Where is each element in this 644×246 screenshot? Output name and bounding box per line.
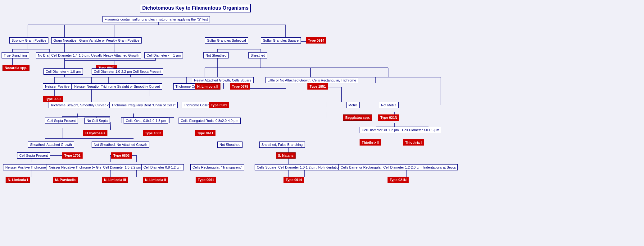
not-sheathed-1-box: Not Sheathed [203, 52, 229, 58]
sheathed-1-box: Sheathed [248, 52, 267, 58]
cell-diam-le1-box: Cell Diameter <= 1 µm [144, 52, 183, 58]
cell-septa-present-1-box: Cell Septa Present [45, 118, 78, 124]
subtitle-node: Filaments contain sulfur granules in sit… [102, 16, 210, 22]
type0914-bottom-node: Type 0914 [283, 177, 304, 183]
not-motile-node: Not Motile [379, 102, 399, 108]
trichrome-irr-bent-box: Trichrome Irregularly Bent "Chain of Cel… [109, 102, 178, 108]
type1851-node: Type 1851 [307, 83, 328, 90]
cell-diam-lt10-box: Cell Diameter < 1.0 µm [43, 68, 83, 75]
cell-septa-present-2-box: Cell Septa Present [17, 152, 50, 159]
n-limicola-I-box: N. Limicola I [6, 177, 30, 183]
type1863-box: Type 1863 [143, 130, 163, 136]
n-limicola-II-1-box: N. Limicola II [195, 83, 220, 90]
trichrome-straight-curved-box: Trichrome Straight or Smoothly Curved [99, 83, 162, 90]
sheathed-false-branching-node: Sheathed, False Branching [259, 142, 305, 148]
sheathed-attached-box: Sheathed, Attached Growth [28, 142, 74, 148]
thiothrix-I-node: Thiothrix I [403, 139, 424, 146]
sulfur-square-box: Sulfur Granules Square [261, 37, 301, 44]
subtitle-box: Filaments contain sulfur granules in sit… [102, 16, 210, 22]
gram-variable-node: Gram Variable or Weakly Gram Positive [77, 37, 142, 44]
little-attached-node: Little or No Attached Growth, Cells Rect… [265, 77, 358, 83]
sheathed-1-node: Sheathed [248, 52, 267, 58]
type0675-box: Type 0675 [230, 83, 250, 90]
type0092-node: Type 0092 [43, 96, 63, 102]
cells-elong-rods-node: Cells Elongated Rods, 0.8x2.0-4.0 µm [179, 118, 241, 124]
gram-variable-box: Gram Variable or Weakly Gram Positive [77, 37, 142, 44]
cell-diam-lt10-node: Cell Diameter < 1.0 µm [43, 68, 83, 75]
neisser-negative-node: Neisser Negative [72, 83, 102, 90]
no-cell-septa-node: No Cell Septa [84, 118, 110, 124]
little-attached-box: Little or No Attached Growth, Cells Rect… [265, 77, 358, 83]
neisser-pos-trichrome-node: Neisser Positive Trichrome [3, 164, 48, 170]
svg-line-46 [110, 122, 111, 130]
n-limicola-I-node: N. Limicola I [6, 177, 30, 183]
heavy-attached-box: Heavy Attached Growth, Cells Square [192, 77, 254, 83]
n-limicola-II-2-node: N. Limicola II [143, 177, 168, 183]
true-branching-node: True Branching [2, 52, 29, 58]
type0581-box: Type 0581 [209, 102, 229, 108]
cells-elong-rods-box: Cells Elongated Rods, 0.8x2.0-4.0 µm [179, 118, 241, 124]
cell-diam-08-12-node: Cell Diameter 0.8-1.2 µm [141, 164, 184, 170]
type1701-node: Type 1701 [62, 152, 83, 159]
type0411-box: Type 0411 [195, 130, 215, 136]
type0803-box: Type 0803 [111, 152, 132, 159]
type0803-node: Type 0803 [111, 152, 132, 159]
cell-septa-present-1-node: Cell Septa Present [45, 118, 78, 124]
type021N-1-box: Type 021N [378, 114, 399, 121]
diagram-container: Dichotomous Key to Filamentous Organisms… [0, 0, 644, 246]
not-sheathed-no-attached-box: Not Sheathed, No Attached Growth [92, 142, 149, 148]
thiothrix-I-box: Thiothrix I [403, 139, 424, 146]
trichrome-irr-bent-node: Trichrome Irregularly Bent "Chain of Cel… [109, 102, 178, 108]
gram-negative-box: Gram Negative [51, 37, 79, 44]
cell-diam-le1-node: Cell Diameter <= 1 µm [144, 52, 183, 58]
not-sheathed-1-node: Not Sheathed [203, 52, 229, 58]
s-natans-box: S. Natans [276, 152, 296, 159]
trichrome-coiled-2-node: Trichrome Coiled [182, 102, 212, 108]
cells-barrel-rect-box: Cells Barrel or Rectangular, Cell Diamet… [338, 164, 458, 170]
m-parvicella-box: M. Parvicella [53, 177, 78, 183]
motile-node: Motile [346, 102, 360, 108]
neisser-pos-trichrome-box: Neisser Positive Trichrome [3, 164, 48, 170]
not-sheathed-2-node: Not Sheathed [217, 142, 243, 148]
not-sheathed-no-attached-node: Not Sheathed, No Attached Growth [92, 142, 149, 148]
cell-diam-08-12-box: Cell Diameter 0.8-1.2 µm [141, 164, 184, 170]
beggiatoa-box: Beggiatoa spp. [343, 114, 372, 121]
s-natans-node: S. Natans [276, 152, 296, 159]
cells-barrel-rect-node: Cells Barrel or Rectangular, Cell Diamet… [338, 164, 458, 170]
nocardia-box: Nocardia spp. [2, 65, 29, 71]
type1851-box: Type 1851 [307, 83, 328, 90]
no-cell-septa-box: No Cell Septa [84, 118, 110, 124]
type021N-2-node: Type 021N [388, 177, 409, 183]
trichrome-coiled-2-box: Trichrome Coiled [182, 102, 212, 108]
h-hydrossis-box: H.Hydrossis [83, 130, 107, 136]
type0914-bottom-box: Type 0914 [283, 177, 304, 183]
cell-diam-10-22-box: Cell Diameter 1.0-2.2 µm Cell Septa Pres… [92, 68, 163, 75]
title-box: Dichotomous Key to Filamentous Organisms [140, 4, 251, 12]
type021N-2-box: Type 021N [388, 177, 409, 183]
type0961-box: Type 0961 [196, 177, 216, 183]
cell-diam-ge15-box: Cell Diameter >= 1.5 µm [400, 127, 441, 133]
cell-diam-14-16-node: Cell Diameter 1.4-1.6 µm, Usually Heavy … [49, 52, 141, 58]
not-motile-box: Not Motile [379, 102, 399, 108]
cells-oval-box: Cells Oval, 0.8x1.0-1.5 µm [124, 118, 168, 124]
cell-diam-ge15-node: Cell Diameter >= 1.5 µm [400, 127, 441, 133]
neisser-positive-node: Neisser Positive [43, 83, 72, 90]
n-limicola-II-1-node: N. Limicola II [195, 83, 220, 90]
type021N-1-node: Type 021N [378, 114, 399, 121]
m-parvicella-node: M. Parvicella [53, 177, 78, 183]
n-limicola-II-2-box: N. Limicola II [143, 177, 168, 183]
title-node: Dichotomous Key to Filamentous Organisms [140, 4, 251, 12]
strongly-gram-positive-box: Strongly Gram Positive [9, 37, 48, 44]
type0675-node: Type 0675 [230, 83, 250, 90]
cells-oval-node: Cells Oval, 0.8x1.0-1.5 µm [124, 118, 168, 124]
sulfur-spherical-box: Sulfur Granules Sphetical [205, 37, 248, 44]
cell-diam-le12-box: Cell Diameter <= 1.2 µm [360, 127, 401, 133]
neisser-negative-box: Neisser Negative [72, 83, 102, 90]
cells-rect-transparent-box: Cells Rectangular, "Transparent" [190, 164, 244, 170]
cell-septa-present-2-node: Cell Septa Present [17, 152, 50, 159]
thiothrix-II-node: Thiothrix II [360, 139, 381, 146]
cells-rect-transparent-node: Cells Rectangular, "Transparent" [190, 164, 244, 170]
cell-diam-le12-node: Cell Diameter <= 1.2 µm [360, 127, 401, 133]
cell-diam-14-16-box: Cell Diameter 1.4-1.6 µm, Usually Heavy … [49, 52, 141, 58]
thiothrix-II-box: Thiothrix II [360, 139, 381, 146]
